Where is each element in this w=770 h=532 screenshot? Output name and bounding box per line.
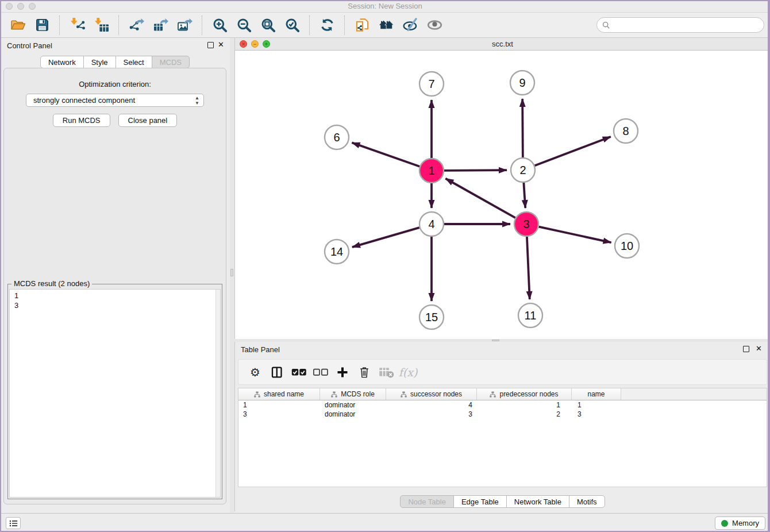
table-cell[interactable]: 2	[477, 410, 572, 419]
graph-node-6[interactable]: 6	[325, 125, 349, 149]
control-panel-header: Control Panel ✕	[0, 38, 230, 53]
hide-graphics-details-icon	[403, 17, 418, 33]
graph-node-3[interactable]: 3	[514, 212, 538, 236]
table-cell[interactable]: 4	[386, 400, 477, 410]
graph-edge-3-1[interactable]	[445, 179, 515, 218]
tab-motifs[interactable]: Motifs	[569, 495, 605, 508]
graph-edge-2-9[interactable]	[522, 99, 523, 157]
task-history-button[interactable]	[6, 517, 21, 529]
svg-text:4: 4	[428, 218, 434, 230]
graph-node-15[interactable]: 15	[419, 305, 444, 329]
graph-edge-3-11[interactable]	[527, 237, 530, 299]
network-canvas[interactable]: 7968124314101511	[235, 51, 770, 339]
columns-button[interactable]	[268, 364, 286, 381]
add-button[interactable]	[334, 364, 351, 381]
table-cell[interactable]: 1	[572, 400, 621, 410]
table-cell[interactable]: 1	[477, 400, 572, 410]
zoom-out-icon	[236, 17, 252, 33]
export-network-button[interactable]	[126, 15, 146, 36]
graph-node-14[interactable]: 14	[325, 240, 349, 264]
zoom-in-button[interactable]	[210, 15, 229, 36]
import-network-button[interactable]	[67, 15, 87, 36]
svg-text:15: 15	[425, 311, 438, 323]
close-panel-icon[interactable]: ✕	[218, 40, 224, 49]
graph-node-2[interactable]: 2	[511, 158, 535, 182]
home-button[interactable]	[376, 15, 396, 36]
tab-network-table[interactable]: Network Table	[506, 495, 569, 508]
home-icon	[379, 17, 394, 33]
graph-edge-2-3[interactable]	[523, 183, 525, 208]
search-box[interactable]	[596, 17, 764, 33]
table-row[interactable]: 1dominator411	[238, 400, 767, 410]
table-cell[interactable]: dominator	[320, 400, 386, 410]
table-cell[interactable]: 3	[572, 410, 621, 419]
select-all-button[interactable]	[290, 364, 307, 381]
refresh-button[interactable]	[317, 15, 337, 36]
export-image-button[interactable]	[175, 15, 194, 36]
hide-graphics-details-button[interactable]	[401, 15, 420, 36]
copy-document-icon	[355, 17, 370, 33]
memory-button[interactable]: Memory	[715, 516, 765, 530]
tab-style[interactable]: Style	[83, 56, 116, 68]
zoom-fit-button[interactable]	[258, 15, 278, 36]
open-folder-button[interactable]	[8, 15, 28, 36]
tab-select[interactable]: Select	[116, 56, 152, 68]
tab-network[interactable]: Network	[40, 56, 84, 68]
table-cell[interactable]: 1	[238, 400, 320, 410]
tab-mcds[interactable]: MCDS	[152, 56, 190, 68]
mcds-result-textarea[interactable]: 1 3	[9, 289, 221, 498]
column-header-successor-nodes[interactable]: successor nodes	[386, 388, 477, 400]
mcds-result-title: MCDS result (2 nodes)	[11, 279, 92, 288]
graph-node-7[interactable]: 7	[419, 72, 444, 96]
graph-edge-1-6[interactable]	[352, 142, 419, 166]
zoom-out-button[interactable]	[234, 15, 253, 36]
graph-edge-4-14[interactable]	[352, 228, 419, 247]
graph-node-11[interactable]: 11	[518, 303, 542, 327]
graph-edge-2-8[interactable]	[535, 137, 611, 165]
trash-button[interactable]	[356, 364, 373, 381]
birds-eye-view-button[interactable]	[425, 15, 444, 36]
open-folder-icon	[10, 17, 26, 33]
gear-button[interactable]: ⚙	[247, 364, 264, 381]
main-toolbar	[0, 13, 770, 38]
panel-splitter-vertical[interactable]	[230, 38, 234, 513]
table-cell[interactable]: 3	[238, 410, 320, 419]
graph-node-10[interactable]: 10	[615, 234, 639, 258]
birds-eye-view-icon	[427, 17, 442, 33]
tab-edge-table[interactable]: Edge Table	[453, 495, 507, 508]
import-table-button[interactable]	[91, 15, 111, 36]
optimization-criterion-select[interactable]: strongly connected component ▲▼	[26, 94, 204, 107]
column-header-name[interactable]: name	[572, 388, 621, 400]
graph-node-9[interactable]: 9	[510, 71, 534, 95]
mcds-tab-content: Optimization criterion: strongly connect…	[3, 68, 226, 504]
close-panel-button[interactable]: Close panel	[118, 114, 178, 127]
zoom-selected-button[interactable]	[282, 15, 302, 36]
deselect-all-button[interactable]	[312, 364, 329, 381]
column-header-predecessor-nodes[interactable]: predecessor nodes	[477, 388, 572, 400]
export-table-button[interactable]	[151, 15, 170, 36]
result-scrollbar[interactable]	[215, 290, 220, 497]
float-panel-icon[interactable]	[743, 346, 749, 352]
close-panel-icon[interactable]: ✕	[756, 344, 762, 353]
run-mcds-button[interactable]: Run MCDS	[53, 114, 110, 127]
table-cell[interactable]: dominator	[320, 410, 386, 419]
svg-text:14: 14	[330, 245, 343, 258]
float-panel-icon[interactable]	[207, 42, 214, 48]
column-header-shared-name[interactable]: shared name	[238, 388, 320, 400]
column-header-MCDS-role[interactable]: MCDS role	[320, 388, 386, 400]
graph-edge-1-2[interactable]	[444, 170, 507, 171]
graph-node-4[interactable]: 4	[419, 212, 444, 236]
svg-text:3: 3	[523, 218, 529, 230]
table-cell[interactable]: 3	[386, 410, 477, 419]
search-input[interactable]	[614, 21, 759, 29]
control-panel-title: Control Panel	[7, 41, 52, 50]
tab-node-table[interactable]: Node Table	[400, 495, 454, 508]
optimization-criterion-label: Optimization criterion:	[4, 80, 226, 88]
deselect-all-icon	[313, 367, 329, 378]
table-row[interactable]: 3dominator323	[238, 410, 767, 419]
graph-edge-3-10[interactable]	[538, 227, 611, 242]
graph-node-8[interactable]: 8	[614, 119, 638, 143]
graph-node-1[interactable]: 1	[419, 159, 444, 183]
save-button[interactable]	[32, 15, 52, 36]
copy-document-button[interactable]	[352, 15, 372, 36]
